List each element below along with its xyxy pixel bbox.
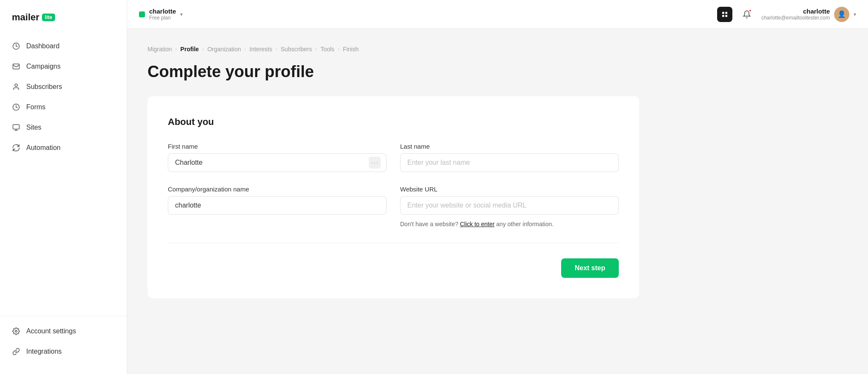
svg-point-4 (15, 330, 17, 332)
sidebar-item-campaigns[interactable]: Campaigns (5, 57, 122, 76)
page-title: Complete your profile (147, 63, 848, 81)
notifications-button[interactable] (739, 7, 754, 22)
breadcrumb-sep-3: › (245, 46, 246, 52)
sites-icon (12, 123, 20, 132)
breadcrumb-sep-5: › (315, 46, 317, 52)
breadcrumb-migration[interactable]: Migration (147, 46, 172, 53)
breadcrumb-finish[interactable]: Finish (343, 46, 359, 53)
sidebar-bottom: Account settings Integrations (0, 316, 127, 374)
svg-rect-8 (726, 15, 728, 17)
breadcrumb-interests[interactable]: Interests (250, 46, 273, 53)
logo[interactable]: mailer lite (12, 12, 115, 23)
sidebar-item-dashboard-label: Dashboard (26, 42, 59, 50)
settings-icon (12, 327, 20, 335)
svg-rect-3 (13, 125, 19, 129)
user-email: charlotte@emailtooltester.com (761, 15, 830, 21)
sidebar-item-integrations-label: Integrations (26, 348, 62, 355)
user-chevron-icon: ▾ (854, 11, 856, 17)
sidebar-item-account-settings-label: Account settings (26, 327, 76, 335)
card-footer: Next step (168, 258, 619, 278)
automation-icon (12, 144, 20, 152)
about-you-title: About you (168, 116, 619, 127)
logo-area: mailer lite (0, 0, 127, 36)
website-input[interactable] (400, 196, 619, 215)
sidebar: mailer lite Dashboard Campaigns (0, 0, 127, 374)
workspace-selector[interactable]: charlotte Free plan ▾ (139, 8, 183, 21)
first-name-label: First name (168, 143, 387, 150)
svg-rect-7 (722, 15, 724, 17)
breadcrumb: Migration › Profile › Organization › Int… (147, 46, 848, 53)
sidebar-item-integrations[interactable]: Integrations (5, 342, 122, 361)
sidebar-item-automation[interactable]: Automation (5, 138, 122, 158)
website-label: Website URL (400, 186, 619, 193)
breadcrumb-organization[interactable]: Organization (207, 46, 241, 53)
workspace-info: charlotte Free plan (149, 8, 176, 21)
svg-point-2 (15, 84, 17, 86)
company-input[interactable] (168, 196, 387, 215)
company-label: Company/organization name (168, 186, 387, 193)
chevron-down-icon: ▾ (180, 11, 183, 17)
first-name-input[interactable] (168, 153, 387, 172)
main-area: charlotte Free plan ▾ (127, 0, 868, 374)
sidebar-item-forms[interactable]: Forms (5, 97, 122, 117)
sidebar-item-campaigns-label: Campaigns (26, 63, 61, 70)
content-area: Migration › Profile › Organization › Int… (127, 29, 868, 374)
website-group: Website URL Don't have a website? Click … (400, 186, 619, 227)
top-header: charlotte Free plan ▾ (127, 0, 868, 29)
company-group: Company/organization name (168, 186, 387, 227)
svg-rect-1 (13, 64, 19, 69)
name-row: First name ⋯ Last name (168, 143, 619, 172)
profile-card: About you First name ⋯ Last name (147, 96, 639, 298)
user-profile[interactable]: charlotte charlotte@emailtooltester.com … (761, 7, 856, 22)
click-to-enter-link[interactable]: Click to enter (460, 221, 495, 227)
sidebar-item-subscribers-label: Subscribers (26, 83, 62, 91)
sidebar-item-automation-label: Automation (26, 144, 61, 152)
breadcrumb-sep-6: › (338, 46, 339, 52)
breadcrumb-sep-2: › (202, 46, 204, 52)
forms-icon (12, 103, 20, 111)
first-name-input-wrapper: ⋯ (168, 153, 387, 172)
breadcrumb-sep-4: › (275, 46, 277, 52)
breadcrumb-tools[interactable]: Tools (320, 46, 334, 53)
user-name: charlotte (761, 8, 830, 15)
svg-rect-6 (726, 12, 728, 14)
breadcrumb-profile[interactable]: Profile (181, 46, 199, 53)
website-helper-text: Don't have a website? Click to enter any… (400, 221, 619, 227)
breadcrumb-sep-1: › (175, 46, 177, 52)
workspace-plan: Free plan (149, 15, 176, 21)
header-right: charlotte charlotte@emailtooltester.com … (717, 7, 856, 22)
first-name-group: First name ⋯ (168, 143, 387, 172)
avatar: 👤 (834, 7, 849, 22)
logo-text: mailer (12, 12, 39, 23)
card-divider (168, 243, 619, 243)
notification-dot (748, 9, 752, 12)
next-step-button[interactable]: Next step (561, 258, 619, 278)
user-info: charlotte charlotte@emailtooltester.com (761, 8, 830, 21)
company-url-row: Company/organization name Website URL Do… (168, 186, 619, 227)
grid-apps-button[interactable] (717, 7, 732, 22)
sidebar-item-dashboard[interactable]: Dashboard (5, 36, 122, 56)
dashboard-icon (12, 42, 20, 50)
last-name-group: Last name (400, 143, 619, 172)
sidebar-item-subscribers[interactable]: Subscribers (5, 77, 122, 97)
sidebar-item-forms-label: Forms (26, 103, 45, 111)
last-name-label: Last name (400, 143, 619, 150)
campaigns-icon (12, 62, 20, 71)
breadcrumb-subscribers[interactable]: Subscribers (281, 46, 312, 53)
sidebar-item-account-settings[interactable]: Account settings (5, 321, 122, 341)
nav-menu: Dashboard Campaigns Subscribers (0, 36, 127, 316)
integrations-icon (12, 347, 20, 356)
last-name-input[interactable] (400, 153, 619, 172)
sidebar-item-sites[interactable]: Sites (5, 118, 122, 137)
subscribers-icon (12, 83, 20, 91)
logo-badge: lite (42, 14, 55, 21)
svg-rect-5 (722, 12, 724, 14)
sidebar-item-sites-label: Sites (26, 124, 42, 131)
workspace-name: charlotte (149, 8, 176, 15)
dots-icon: ⋯ (369, 157, 381, 169)
workspace-dot (139, 11, 145, 17)
